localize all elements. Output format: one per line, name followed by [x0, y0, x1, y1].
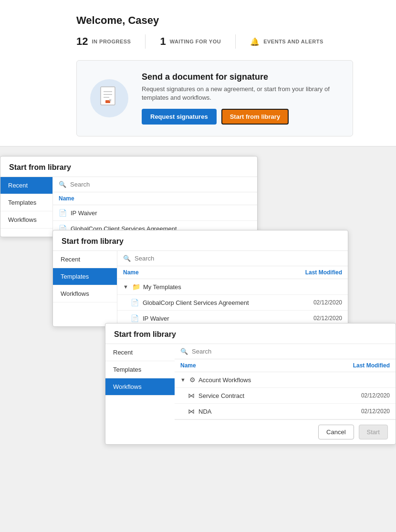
panel-workflows-title: Start from library	[105, 323, 396, 344]
doc-svg-icon	[99, 86, 120, 111]
list-item[interactable]: ⋈ Service Contract 02/12/2020	[175, 388, 396, 404]
workflow-icon-w2: ⋈	[188, 407, 195, 415]
search-icon-t: 🔍	[123, 255, 131, 262]
bell-icon: 🔔	[250, 37, 260, 46]
workflow-icon-w1: ⋈	[188, 392, 195, 399]
stat-alerts: 🔔 EVENTS AND ALERTS	[250, 37, 323, 46]
sidebar-item-templates-w[interactable]: Templates	[105, 361, 175, 378]
stat-label-alerts: EVENTS AND ALERTS	[263, 39, 323, 44]
workflow-name-w1: Service Contract	[198, 392, 244, 399]
send-doc-title: Send a document for signature	[142, 72, 339, 82]
cancel-button[interactable]: Cancel	[318, 425, 354, 439]
workflow-date-w2: 02/12/2020	[361, 408, 390, 415]
file-row-left: 📄 GlobalCorp Client Services Agreement	[131, 299, 249, 306]
panel-workflows-content: 🔍 Name Last Modified ▼ ⚙ Account Workflo…	[175, 344, 396, 444]
folder-row-w[interactable]: ▼ ⚙ Account Workflows	[175, 372, 396, 388]
file-icon-1: 📄	[59, 209, 67, 217]
chevron-down-icon-t: ▼	[123, 284, 128, 290]
dashboard: Welcome, Casey 12 IN PROGRESS 1 WAITING …	[0, 0, 396, 146]
panel-workflows-sidebar: Recent Templates Workflows	[105, 344, 175, 444]
panel-workflows-search-bar: 🔍	[175, 344, 396, 359]
col-name-t: Name	[123, 269, 139, 276]
col-name-r: Name	[59, 195, 74, 202]
stat-label-progress: IN PROGRESS	[92, 39, 131, 44]
panel-recent-search-bar: 🔍	[53, 177, 257, 192]
stat-number-progress: 12	[76, 35, 88, 48]
panel-templates-body: Recent Templates Workflows 🔍 Name Last M…	[53, 251, 348, 326]
panel-footer: Cancel Start	[175, 419, 396, 444]
list-item[interactable]: 📄 GlobalCorp Client Services Agreement 0…	[117, 295, 348, 311]
start-button[interactable]: Start	[359, 425, 388, 439]
col-modified-w: Last Modified	[353, 362, 390, 369]
list-item[interactable]: 📄 IP Waiver	[53, 205, 257, 221]
list-item[interactable]: ⋈ NDA 02/12/2020	[175, 404, 396, 419]
stats-bar: 12 IN PROGRESS 1 WAITING FOR YOU 🔔 EVENT…	[76, 34, 377, 49]
col-modified-t: Last Modified	[305, 269, 342, 276]
file-icon-t2: 📄	[131, 314, 139, 322]
workflow-folder-icon: ⚙	[189, 376, 196, 384]
panel-recent-header: Name	[53, 192, 257, 205]
file-icon-t1: 📄	[131, 299, 139, 306]
file-row-left: ⋈ NDA	[188, 407, 211, 415]
panel-workflows: Start from library Recent Templates Work…	[105, 323, 396, 445]
panel-templates-title: Start from library	[53, 230, 348, 251]
sidebar-item-templates-t[interactable]: Templates	[53, 268, 117, 285]
sidebar-item-recent-w[interactable]: Recent	[105, 344, 175, 361]
file-name-t1: GlobalCorp Client Services Agreement	[143, 299, 249, 306]
stat-number-waiting: 1	[160, 35, 166, 48]
search-input-r[interactable]	[70, 181, 251, 188]
col-name-w: Name	[180, 362, 196, 369]
folder-name-w: Account Workflows	[198, 376, 251, 384]
stat-divider-2	[235, 34, 236, 49]
folder-name-t: My Templates	[143, 283, 181, 291]
sidebar-item-recent-t[interactable]: Recent	[53, 251, 117, 268]
panel-recent: Start from library Recent Templates Work…	[0, 156, 258, 237]
panel-workflows-body: Recent Templates Workflows 🔍 Name Last M…	[105, 344, 396, 444]
panel-templates-search-bar: 🔍	[117, 251, 348, 266]
panel-templates-content: 🔍 Name Last Modified ▼ 📁 My Templates 📄 …	[117, 251, 348, 326]
panel-templates: Start from library Recent Templates Work…	[52, 230, 348, 327]
start-from-library-button[interactable]: Start from library	[221, 109, 289, 125]
sidebar-item-workflows-t[interactable]: Workflows	[53, 285, 117, 303]
stat-label-waiting: WAITING FOR YOU	[170, 39, 221, 44]
panel-templates-header: Name Last Modified	[117, 266, 348, 279]
file-row-left: ⋈ Service Contract	[188, 392, 244, 399]
panel-recent-content: 🔍 Name 📄 IP Waiver 📄 GlobalCorp Client S…	[53, 177, 257, 237]
sidebar-item-templates-r[interactable]: Templates	[0, 194, 52, 211]
file-date-t1: 02/12/2020	[313, 299, 342, 306]
file-name-1: IP Waiver	[71, 209, 97, 217]
send-doc-card: Send a document for signature Request si…	[76, 60, 353, 136]
search-input-w[interactable]	[192, 348, 390, 355]
workflow-name-w2: NDA	[198, 408, 211, 415]
sidebar-item-recent-r[interactable]: Recent	[0, 177, 52, 194]
search-icon-w: 🔍	[180, 348, 188, 355]
request-signatures-button[interactable]: Request signatures	[142, 109, 217, 125]
send-doc-buttons: Request signatures Start from library	[142, 109, 339, 125]
panel-templates-sidebar: Recent Templates Workflows	[53, 251, 117, 326]
stat-waiting: 1 WAITING FOR YOU	[160, 35, 221, 48]
chevron-down-icon-w: ▼	[180, 377, 186, 383]
panel-recent-body: Recent Templates Workflows 🔍 Name 📄 IP W…	[0, 177, 257, 237]
stat-in-progress: 12 IN PROGRESS	[76, 35, 131, 48]
doc-illustration	[90, 79, 128, 117]
send-doc-content: Send a document for signature Request si…	[142, 72, 339, 125]
sidebar-item-workflows-r[interactable]: Workflows	[0, 211, 52, 229]
welcome-title: Welcome, Casey	[76, 14, 377, 27]
folder-row-t[interactable]: ▼ 📁 My Templates	[117, 279, 348, 295]
search-icon-r: 🔍	[59, 181, 66, 188]
folder-icon-t: 📁	[132, 283, 140, 291]
panel-workflows-header: Name Last Modified	[175, 359, 396, 372]
file-name-t2: IP Waiver	[143, 315, 169, 322]
file-row-left: 📄 IP Waiver	[59, 209, 97, 217]
send-doc-desc: Request signatures on a new agreement, o…	[142, 85, 339, 102]
panel-recent-sidebar: Recent Templates Workflows	[0, 177, 53, 237]
file-row-left: 📄 IP Waiver	[131, 314, 169, 322]
sidebar-item-workflows-w[interactable]: Workflows	[105, 378, 175, 396]
workflow-date-w1: 02/12/2020	[361, 392, 390, 399]
search-input-t[interactable]	[135, 255, 342, 262]
file-date-t2: 02/12/2020	[313, 315, 342, 322]
panel-recent-title: Start from library	[0, 156, 257, 177]
panels-container: Start from library Recent Templates Work…	[0, 151, 396, 495]
stat-divider-1	[145, 34, 146, 49]
